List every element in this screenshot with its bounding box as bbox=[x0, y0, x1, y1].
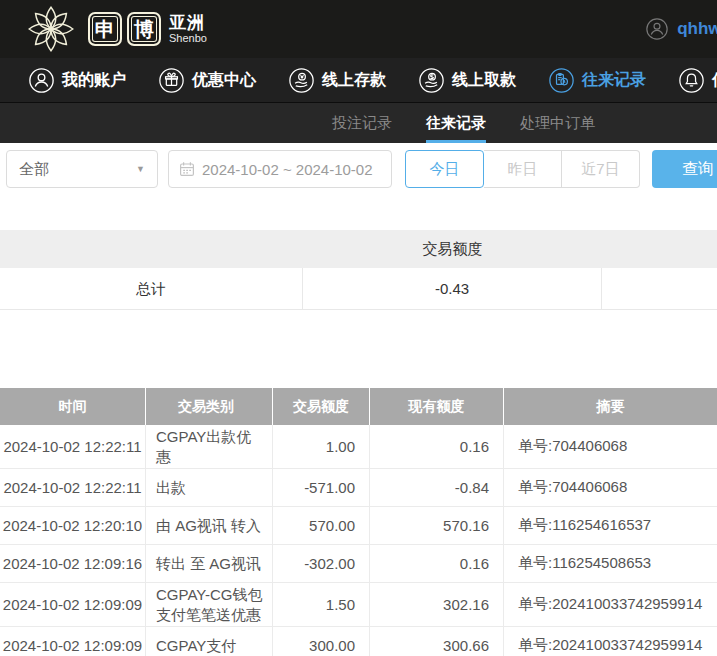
nav-label: 我的账户 bbox=[62, 70, 126, 91]
nav-label: 线上存款 bbox=[322, 70, 386, 91]
summary-total-row: 总计 -0.43 bbox=[0, 268, 717, 310]
user-avatar-icon bbox=[645, 17, 669, 41]
summary-total-value: -0.43 bbox=[303, 268, 602, 310]
brand-logo[interactable]: 申 博 亚洲 Shenbo bbox=[24, 2, 207, 56]
tab-betting-records[interactable]: 投注记录 bbox=[332, 103, 392, 143]
cell-balance: 570.16 bbox=[370, 507, 504, 544]
cell-category: 出款 bbox=[146, 469, 273, 506]
cell-time: 2024-10-02 12:22:11 bbox=[0, 425, 146, 468]
cell-remark: 单号:116254616537 bbox=[504, 507, 717, 544]
cell-category: 由 AG视讯 转入 bbox=[146, 507, 273, 544]
account-icon bbox=[28, 67, 55, 94]
cell-time: 2024-10-02 12:09:09 bbox=[0, 627, 146, 656]
cell-amount: -571.00 bbox=[273, 469, 370, 506]
nav-item-my-account[interactable]: 我的账户 bbox=[28, 67, 126, 94]
cell-remark: 单号:704406068 bbox=[504, 425, 717, 468]
top-header: 申 博 亚洲 Shenbo qhhw2 bbox=[0, 0, 717, 58]
query-button[interactable]: 查询 bbox=[652, 150, 717, 188]
flower-logo-icon bbox=[24, 2, 78, 56]
nav-label: 信息 bbox=[712, 70, 717, 91]
cell-category: CGPAY-CG钱包支付笔笔送优惠 bbox=[146, 583, 273, 626]
cell-time: 2024-10-02 12:22:11 bbox=[0, 469, 146, 506]
table-row: 2024-10-02 12:22:11 CGPAY出款优惠 1.00 0.16 … bbox=[0, 425, 717, 469]
category-select-value: 全部 bbox=[19, 160, 49, 179]
table-row: 2024-10-02 12:09:09 CGPAY支付 300.00 300.6… bbox=[0, 627, 717, 656]
nav-item-promotions[interactable]: 优惠中心 bbox=[158, 67, 256, 94]
date-range-value: 2024-10-02 ~ 2024-10-02 bbox=[202, 161, 373, 178]
cell-time: 2024-10-02 12:20:10 bbox=[0, 507, 146, 544]
nav-item-records[interactable]: 往来记录 bbox=[548, 67, 646, 94]
col-header-category: 交易类别 bbox=[146, 388, 273, 425]
chevron-down-icon: ▼ bbox=[136, 164, 145, 174]
cell-amount: 1.00 bbox=[273, 425, 370, 468]
category-select[interactable]: 全部 ▼ bbox=[6, 150, 158, 188]
username-link[interactable]: qhhw2 bbox=[677, 19, 717, 39]
logo-region-cn: 亚洲 bbox=[169, 14, 207, 31]
col-header-balance: 现有额度 bbox=[370, 388, 504, 425]
filter-bar: 全部 ▼ 2024-10-02 ~ 2024-10-02 今日 bbox=[0, 150, 717, 190]
bell-icon bbox=[678, 67, 705, 94]
cell-balance: 0.16 bbox=[370, 425, 504, 468]
cell-amount: -302.00 bbox=[273, 545, 370, 582]
table-row: 2024-10-02 12:09:09 CGPAY-CG钱包支付笔笔送优惠 1.… bbox=[0, 583, 717, 627]
deposit-icon bbox=[288, 67, 315, 94]
page: 申 博 亚洲 Shenbo qhhw2 bbox=[0, 0, 717, 656]
quick-range-7days-button[interactable]: 近7日 bbox=[562, 150, 640, 188]
table-header-row: 时间 交易类别 交易额度 现有额度 摘要 bbox=[0, 388, 717, 425]
quick-range-yesterday-button[interactable]: 昨日 bbox=[484, 150, 562, 188]
gift-icon bbox=[158, 67, 185, 94]
cell-amount: 570.00 bbox=[273, 507, 370, 544]
cell-remark: 单号:116254508653 bbox=[504, 545, 717, 582]
nav-label: 往来记录 bbox=[582, 70, 646, 91]
cell-category: 转出 至 AG视讯 bbox=[146, 545, 273, 582]
table-row: 2024-10-02 12:09:16 转出 至 AG视讯 -302.00 0.… bbox=[0, 545, 717, 583]
cell-time: 2024-10-02 12:09:09 bbox=[0, 583, 146, 626]
logo-char-box: 博 bbox=[127, 12, 161, 46]
nav-item-messages[interactable]: 信息 bbox=[678, 67, 717, 94]
cell-category: CGPAY支付 bbox=[146, 627, 273, 656]
logo-char-box: 申 bbox=[88, 12, 122, 46]
cell-balance: 300.66 bbox=[370, 627, 504, 656]
tab-transaction-records[interactable]: 往来记录 bbox=[426, 103, 486, 143]
transaction-table: 时间 交易类别 交易额度 现有额度 摘要 2024-10-02 12:22:11… bbox=[0, 388, 717, 656]
main-nav: 我的账户 优惠中心 bbox=[0, 58, 717, 103]
cell-remark: 单号:202410033742959914 bbox=[504, 583, 717, 626]
logo-region: 亚洲 Shenbo bbox=[169, 14, 207, 44]
cell-amount: 1.50 bbox=[273, 583, 370, 626]
cell-remark: 单号:202410033742959914 bbox=[504, 627, 717, 656]
col-header-time: 时间 bbox=[0, 388, 146, 425]
nav-item-withdraw[interactable]: 线上取款 bbox=[418, 67, 516, 94]
summary-table: 交易额度 总计 -0.43 bbox=[0, 230, 717, 310]
withdraw-icon bbox=[418, 67, 445, 94]
quick-range-group: 今日 昨日 近7日 bbox=[405, 150, 640, 188]
nav-label: 线上取款 bbox=[452, 70, 516, 91]
summary-title: 交易额度 bbox=[303, 240, 602, 259]
cell-balance: -0.84 bbox=[370, 469, 504, 506]
nav-item-deposit[interactable]: 线上存款 bbox=[288, 67, 386, 94]
nav-label: 优惠中心 bbox=[192, 70, 256, 91]
user-area: qhhw2 bbox=[645, 0, 717, 58]
cell-balance: 302.16 bbox=[370, 583, 504, 626]
cell-balance: 0.16 bbox=[370, 545, 504, 582]
calendar-icon bbox=[179, 161, 195, 177]
summary-header-row: 交易额度 bbox=[0, 230, 717, 268]
col-header-remark: 摘要 bbox=[504, 388, 717, 425]
table-row: 2024-10-02 12:22:11 出款 -571.00 -0.84 单号:… bbox=[0, 469, 717, 507]
quick-range-today-button[interactable]: 今日 bbox=[405, 150, 484, 188]
tab-pending-orders[interactable]: 处理中订单 bbox=[520, 103, 595, 143]
cell-category: CGPAY出款优惠 bbox=[146, 425, 273, 468]
sub-nav: 投注记录 往来记录 处理中订单 bbox=[0, 103, 717, 143]
cell-time: 2024-10-02 12:09:16 bbox=[0, 545, 146, 582]
table-row: 2024-10-02 12:20:10 由 AG视讯 转入 570.00 570… bbox=[0, 507, 717, 545]
cell-remark: 单号:704406068 bbox=[504, 469, 717, 506]
col-header-amount: 交易额度 bbox=[273, 388, 370, 425]
summary-total-label: 总计 bbox=[0, 268, 303, 310]
cell-amount: 300.00 bbox=[273, 627, 370, 656]
records-icon bbox=[548, 67, 575, 94]
logo-region-en: Shenbo bbox=[169, 33, 207, 44]
date-range-input[interactable]: 2024-10-02 ~ 2024-10-02 bbox=[168, 150, 392, 188]
